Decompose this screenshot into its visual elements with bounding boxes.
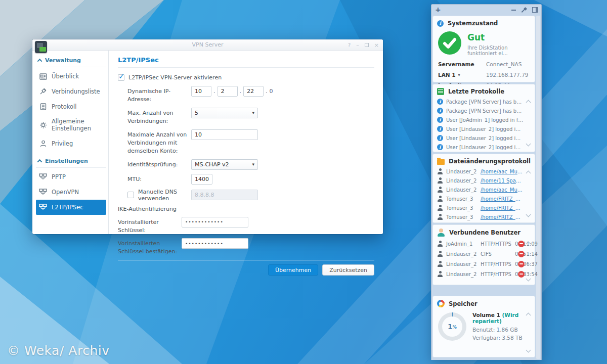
mtu-field[interactable]: 1400 bbox=[191, 174, 212, 185]
add-widget-button[interactable]: + bbox=[435, 6, 441, 13]
gear-icon bbox=[39, 121, 47, 129]
chevron-down-icon: ▾ bbox=[252, 110, 254, 115]
widget-title: Letzte Protokolle bbox=[448, 88, 504, 95]
enable-l2tp-label: L2TP/IPSec VPN-Server aktivieren bbox=[128, 74, 222, 81]
log-text: Package [VPN Server] has been successful… bbox=[446, 99, 524, 105]
servername-label: Servername bbox=[438, 61, 486, 67]
sidebar-item-label: L2TP/IPSec bbox=[52, 204, 83, 211]
health-status-desc: Ihre DiskStation funktioniert ei... bbox=[467, 45, 531, 56]
widget-speicher: Speicher 1% Volume 1 (Wird repariert) Be… bbox=[432, 296, 535, 357]
octet-separator: . bbox=[213, 88, 215, 95]
log-icon bbox=[39, 103, 47, 111]
log-row[interactable]: iUser [Lindauser_2] logged in from [176.… bbox=[437, 126, 531, 132]
user-icon bbox=[437, 214, 443, 220]
connected-user-row: Lindauser_2HTTP/HTTPS02:33:54 bbox=[437, 271, 531, 277]
sidebar-item-allgemeine-einstellungen[interactable]: Allgemeine Einstellungen bbox=[36, 114, 106, 136]
max-connections-select[interactable]: 5 ▾ bbox=[191, 108, 258, 118]
panel-pin-icon[interactable] bbox=[522, 7, 527, 13]
help-icon[interactable]: ? bbox=[348, 42, 351, 48]
sidebar-section-verwaltung[interactable]: Verwaltung bbox=[36, 55, 106, 67]
auth-select[interactable]: MS-CHAP v2 ▾ bbox=[191, 159, 258, 170]
filechange-row: Tomuser_3/home/FRITZ_VPN64_Germ... bbox=[437, 205, 531, 211]
sidebar-item-pptp[interactable]: PPTP bbox=[36, 169, 106, 185]
widget-title: Dateiänderungsprotokoll bbox=[449, 158, 531, 165]
maximize-icon[interactable] bbox=[365, 43, 369, 47]
log-row[interactable]: iUser [Lindauser_2] logged in from [109.… bbox=[437, 135, 531, 141]
sidebar-section-label: Verwaltung bbox=[45, 57, 81, 64]
ip-octet4-static: 0 bbox=[270, 88, 273, 95]
psk-confirm-field[interactable]: •••••••••••• bbox=[182, 238, 248, 249]
filechange-row: Lindauser_2/home/aac_Musik.aac bbox=[437, 187, 531, 193]
sidebar-item-label: PPTP bbox=[52, 173, 66, 180]
panel-scrollbar[interactable] bbox=[536, 16, 540, 359]
user-protocol: CIFS bbox=[481, 251, 512, 257]
filechange-link[interactable]: /home/aac_Musik.aac bbox=[481, 169, 524, 174]
info-icon: i bbox=[437, 135, 443, 141]
sidebar-item-ueberblick[interactable]: Überblick bbox=[36, 69, 106, 84]
enable-l2tp-checkbox[interactable] bbox=[118, 74, 124, 81]
avatar-icon bbox=[437, 229, 445, 237]
vpn-sidebar: Verwaltung Überblick Verbindungsliste Pr… bbox=[32, 51, 109, 234]
sidebar-item-label: Protokoll bbox=[52, 103, 76, 110]
sidebar-item-openvpn[interactable]: OpenVPN bbox=[36, 185, 106, 200]
octet-separator: . bbox=[266, 88, 268, 95]
volume-available: Verfügbar: 3.58 TB bbox=[472, 335, 531, 341]
max-account-label: Maximale Anzahl von Verbindungen mit dem… bbox=[127, 129, 191, 155]
kick-user-button[interactable] bbox=[518, 241, 525, 247]
scroll-down-icon[interactable] bbox=[526, 277, 531, 282]
filechange-row: Lindauser_2/home/11 Spanish Harlem... bbox=[437, 177, 531, 184]
psk-field[interactable]: •••••••••••• bbox=[182, 217, 248, 228]
connected-user-row: Lindauser_2HTTP/HTTPS02:06:37 bbox=[437, 261, 531, 267]
max-account-field[interactable]: 10 bbox=[191, 129, 258, 140]
sidebar-item-verbindungsliste[interactable]: Verbindungsliste bbox=[36, 84, 106, 99]
info-icon: i bbox=[437, 20, 444, 27]
filechange-link[interactable]: /home/11 Spanish Harlem... bbox=[481, 178, 524, 184]
ip-octet1-field[interactable]: 10 bbox=[191, 86, 211, 97]
filechange-link[interactable]: /home/FRITZ_VPN64_Germ... bbox=[481, 214, 524, 220]
sidebar-section-einstellungen[interactable]: Einstellungen bbox=[36, 155, 106, 168]
sidebar-item-privileg[interactable]: Privileg bbox=[36, 136, 106, 151]
user-name: JoAdmin_1 bbox=[446, 241, 478, 247]
window-titlebar[interactable]: VPN Server ? – × bbox=[32, 39, 383, 51]
health-status: Gut bbox=[467, 32, 531, 42]
filechange-user: Tomuser_3 bbox=[446, 196, 478, 202]
minimize-icon[interactable]: – bbox=[356, 42, 359, 48]
panel-dock-icon[interactable] bbox=[532, 7, 538, 13]
auth-value: MS-CHAP v2 bbox=[195, 161, 229, 168]
panel-minimize-icon[interactable] bbox=[511, 7, 516, 13]
log-row[interactable]: iPackage [VPN Server] has been successfu… bbox=[437, 108, 531, 114]
sidebar-item-protokoll[interactable]: Protokoll bbox=[36, 99, 106, 114]
log-row[interactable]: iPackage [VPN Server] has been successfu… bbox=[437, 99, 531, 105]
user-name: Lindauser_2 bbox=[446, 271, 478, 277]
kick-user-button[interactable] bbox=[518, 251, 525, 257]
log-text: User [JoAdmin_1] logged in from [192.168… bbox=[446, 117, 524, 123]
apply-button[interactable]: Übernehmen bbox=[268, 264, 318, 276]
log-row[interactable]: iUser [JoAdmin_1] logged in from [192.16… bbox=[437, 117, 531, 123]
reset-button[interactable]: Zurücksetzen bbox=[322, 264, 374, 276]
ip-octet2-field[interactable]: 2 bbox=[218, 86, 238, 97]
user-icon bbox=[437, 177, 443, 184]
user-icon bbox=[437, 196, 443, 202]
connected-user-row: Lindauser_2CIFS00:51:14 bbox=[437, 251, 531, 257]
user-icon bbox=[437, 205, 443, 211]
ike-auth-heading: IKE-Authentifizierung bbox=[118, 206, 374, 212]
scroll-down-icon[interactable] bbox=[526, 348, 531, 353]
filechange-link[interactable]: /home/FRITZ_VPN64_Germ... bbox=[481, 196, 524, 202]
log-row[interactable]: iUser [Lindauser_2] logged in from [176.… bbox=[437, 144, 531, 150]
log-sheet-icon bbox=[437, 88, 444, 95]
connected-user-row: JoAdmin_1HTTP/HTTPS00:11:09 bbox=[437, 241, 531, 247]
servername-value: Connect_NAS bbox=[486, 61, 531, 67]
copyright-watermark: © Weka/ Archiv bbox=[7, 343, 109, 358]
filechange-link[interactable]: /home/FRITZ_VPN64_Germ... bbox=[481, 205, 524, 211]
kick-user-button[interactable] bbox=[518, 271, 525, 278]
sidebar-item-label: Verbindungsliste bbox=[52, 88, 100, 95]
sidebar-item-l2tp-ipsec[interactable]: L2TP/IPSec bbox=[36, 200, 106, 215]
lan1-dropdown[interactable]: LAN 1▾ bbox=[438, 72, 486, 78]
user-protocol: HTTP/HTTPS bbox=[481, 271, 512, 277]
filechange-link[interactable]: /home/aac_Musik.aac bbox=[481, 187, 524, 193]
manual-dns-checkbox[interactable] bbox=[127, 192, 134, 198]
user-icon bbox=[437, 168, 443, 174]
close-icon[interactable]: × bbox=[374, 42, 379, 48]
kick-user-button[interactable] bbox=[518, 261, 525, 267]
ip-octet3-field[interactable]: 22 bbox=[243, 86, 264, 97]
